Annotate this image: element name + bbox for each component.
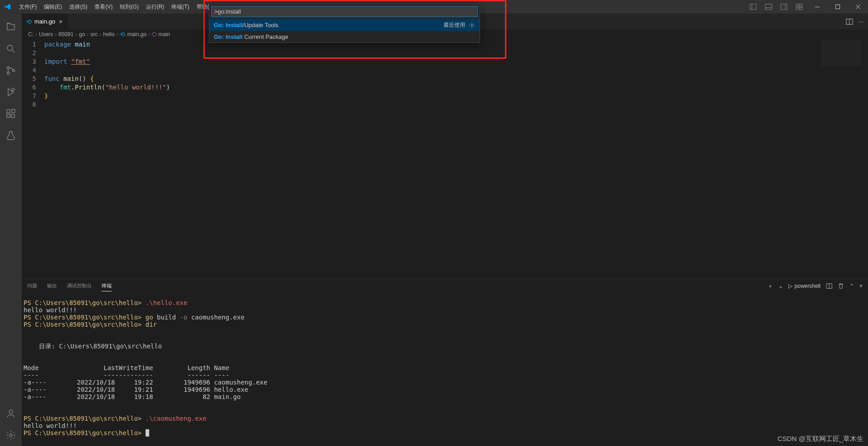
chevron-up-icon[interactable]: ⌃ — [849, 283, 854, 289]
panel-tab-debug[interactable]: 调试控制台 — [67, 281, 92, 291]
trash-icon[interactable] — [838, 283, 844, 289]
bc-item[interactable]: src — [90, 31, 98, 38]
explorer-icon[interactable] — [0, 16, 22, 38]
svg-rect-3 — [765, 4, 772, 9]
command-palette-item[interactable]: Go: Install Current Package — [209, 31, 480, 42]
svg-rect-21 — [7, 110, 10, 113]
go-file-icon: ⟲ — [26, 18, 32, 25]
layout-bottom-icon[interactable] — [761, 0, 776, 14]
code-editor[interactable]: 12345678 package main import "fmt" func … — [22, 39, 868, 279]
svg-rect-12 — [835, 5, 840, 9]
svg-rect-24 — [12, 109, 15, 113]
bc-item[interactable]: C: — [28, 31, 33, 38]
menu-terminal[interactable]: 终端(T) — [168, 0, 193, 14]
activity-bar — [0, 14, 22, 446]
run-debug-icon[interactable] — [0, 81, 22, 103]
svg-rect-22 — [7, 114, 10, 117]
more-icon[interactable]: ··· — [859, 18, 863, 25]
split-editor-icon[interactable] — [846, 18, 853, 25]
menu-view[interactable]: 查看(V) — [91, 0, 116, 14]
code-content[interactable]: package main import "fmt" func main() { … — [44, 40, 868, 279]
go-file-icon: ⟲ — [120, 31, 125, 38]
bc-item[interactable]: go — [79, 31, 85, 38]
bc-item[interactable]: hello — [103, 31, 114, 38]
svg-rect-10 — [800, 7, 802, 9]
close-panel-icon[interactable]: × — [859, 283, 863, 289]
svg-point-25 — [9, 410, 13, 413]
svg-rect-5 — [781, 4, 787, 9]
bc-item[interactable]: main.go — [127, 31, 146, 38]
menu-selection[interactable]: 选择(S) — [66, 0, 91, 14]
cp-match: Go: Install — [214, 22, 243, 28]
symbol-icon: ⬡ — [152, 31, 156, 38]
accounts-icon[interactable] — [0, 403, 22, 424]
settings-icon[interactable] — [0, 424, 22, 446]
cp-rest: Current Package — [243, 33, 288, 40]
svg-point-15 — [7, 45, 13, 51]
minimap[interactable] — [821, 39, 862, 66]
line-numbers: 12345678 — [22, 40, 44, 279]
svg-rect-11 — [815, 7, 820, 7]
svg-point-18 — [7, 72, 9, 75]
tab-main-go[interactable]: ⟲ main.go × — [22, 14, 68, 29]
bottom-panel: 问题 输出 调试控制台 终端 ＋ ⌄ ▷powershell ⌃ × PS C:… — [22, 279, 868, 446]
svg-line-16 — [12, 50, 14, 52]
window-close[interactable] — [848, 0, 868, 14]
layout-right-icon[interactable] — [776, 0, 792, 14]
gear-icon[interactable] — [469, 22, 475, 28]
new-terminal-icon[interactable]: ＋ — [768, 282, 773, 290]
window-maximize[interactable] — [827, 0, 848, 14]
window-minimize[interactable] — [807, 0, 827, 14]
panel-tab-output[interactable]: 输出 — [47, 281, 57, 291]
menu-file[interactable]: 文件(F) — [15, 0, 40, 14]
extensions-icon[interactable] — [0, 103, 22, 125]
source-control-icon[interactable] — [0, 60, 22, 81]
svg-point-20 — [12, 88, 14, 91]
bc-item[interactable]: Users — [39, 31, 53, 38]
svg-point-0 — [471, 24, 473, 26]
menu-run[interactable]: 运行(R) — [142, 0, 168, 14]
svg-rect-7 — [796, 4, 799, 6]
cp-badge: 最近使用 — [443, 21, 465, 29]
panel-tab-terminal[interactable]: 终端 — [102, 281, 112, 291]
cp-rest: /Update Tools — [243, 22, 278, 28]
bc-item[interactable]: main — [158, 31, 170, 38]
command-palette: Go: Install/Update Tools 最近使用 Go: Instal… — [209, 4, 480, 43]
vscode-logo-icon — [0, 3, 15, 10]
layout-left-icon[interactable] — [745, 0, 761, 14]
svg-point-17 — [7, 67, 9, 69]
tab-label: main.go — [34, 18, 55, 25]
command-palette-input[interactable] — [211, 6, 478, 17]
command-palette-item[interactable]: Go: Install/Update Tools 最近使用 — [209, 19, 480, 31]
menu-go[interactable]: 转到(G) — [116, 0, 142, 14]
svg-rect-8 — [800, 4, 802, 6]
close-icon[interactable]: × — [58, 17, 63, 26]
terminal-selector[interactable]: ▷powershell — [788, 283, 821, 289]
terminal-output[interactable]: PS C:\Users\85091\go\src\hello> .\hello.… — [22, 293, 868, 446]
cp-match: Go: Install — [214, 33, 243, 40]
svg-point-26 — [9, 434, 12, 437]
panel-tab-problems[interactable]: 问题 — [27, 281, 37, 291]
watermark: CSDN @互联网工匠_草木生 — [778, 435, 863, 443]
svg-rect-23 — [11, 114, 14, 117]
menu-edit[interactable]: 编辑(E) — [40, 0, 66, 14]
svg-rect-9 — [796, 7, 799, 9]
split-terminal-icon[interactable] — [826, 283, 832, 289]
testing-icon[interactable] — [0, 125, 22, 146]
chevron-down-icon[interactable]: ⌄ — [778, 283, 783, 289]
search-icon[interactable] — [0, 38, 22, 60]
svg-rect-1 — [750, 4, 756, 9]
bc-item[interactable]: 85091 — [58, 31, 73, 38]
layout-grid-icon[interactable] — [792, 0, 807, 14]
